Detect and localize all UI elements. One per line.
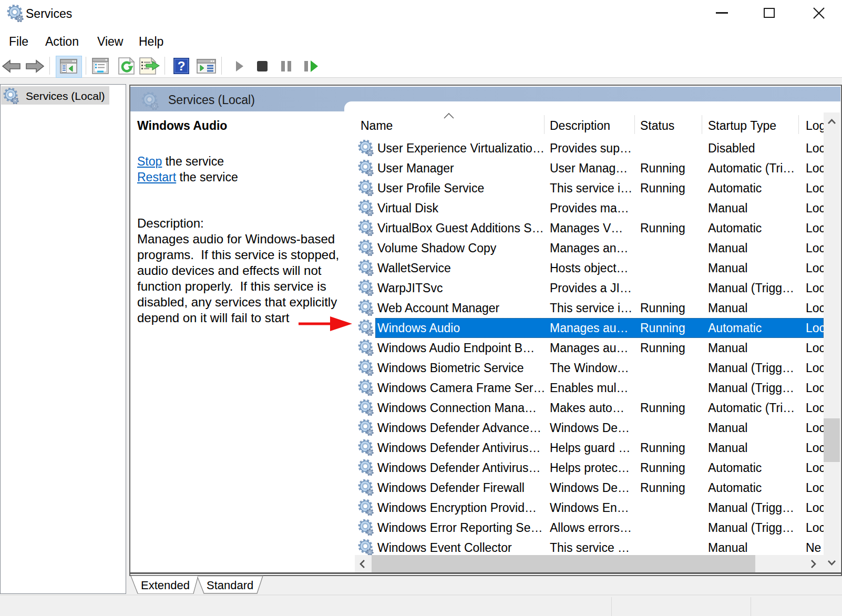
svg-text:?: ? <box>178 59 186 73</box>
